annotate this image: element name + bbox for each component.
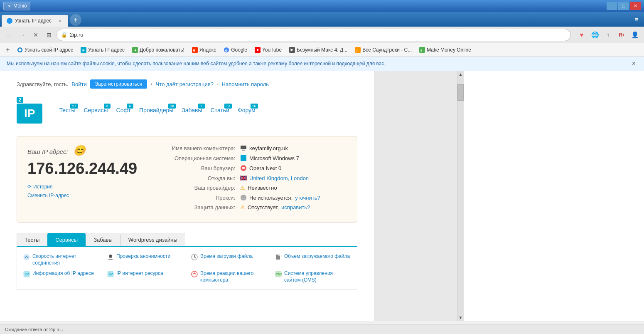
- detail-label-os: Операционная система:: [160, 155, 235, 161]
- flag-uk-icon: [240, 175, 247, 181]
- detail-label-hostname: Имя вашего компьютера:: [160, 145, 235, 151]
- logo-ip-text: IP: [17, 104, 42, 124]
- globe-button[interactable]: 🌐: [589, 29, 601, 41]
- stop-reload-button[interactable]: ✕: [30, 29, 42, 41]
- scrollbar-down-button[interactable]: ▼: [457, 314, 464, 321]
- service-link-speed[interactable]: Скорость интернет соединения: [32, 253, 99, 266]
- bookmark-item-4[interactable]: G Google: [221, 46, 250, 54]
- nav-item-articles[interactable]: 13 Статьи: [211, 107, 229, 114]
- bookmark-label-8: Make Money Online: [427, 47, 471, 53]
- bookmark-icon-2: ★: [132, 47, 138, 53]
- change-ip-link[interactable]: Сменить IP-адрес: [27, 193, 69, 198]
- bookmark-item-1[interactable]: IP Узнать IP адрес: [78, 46, 128, 54]
- bookmark-label-0: Узнать свой IP адрес: [25, 47, 73, 53]
- detail-label-proxy: Прокси:: [160, 195, 235, 201]
- nav-item-services[interactable]: 8 Сервисы: [84, 107, 108, 114]
- favorites-button[interactable]: ♥: [576, 29, 587, 41]
- scrollbar-thumb[interactable]: [457, 84, 464, 101]
- new-tab-button[interactable]: +: [70, 14, 81, 26]
- address-bar-container[interactable]: 🔒: [57, 29, 571, 41]
- ip-card-top: Ваш IP адрес: 😊 176.126.244.49 ⟳ История…: [27, 145, 347, 214]
- bookmark-item-8[interactable]: $ Make Money Online: [416, 46, 474, 54]
- svg-text:IP: IP: [109, 272, 113, 276]
- nav-item-forum[interactable]: 16 Форум: [238, 107, 256, 114]
- what-gives-reg-link[interactable]: Что даёт регистрация?: [156, 81, 214, 87]
- detail-row-os: Операционная система: Microsoft Windows …: [160, 155, 347, 161]
- reaction-icon: [191, 271, 198, 277]
- svg-rect-41: [278, 255, 280, 256]
- forward-button[interactable]: →: [17, 29, 28, 41]
- service-link-ipinfo[interactable]: Информация об IP адресе: [32, 270, 94, 277]
- bookmark-item-6[interactable]: Безумный Макс 4: Д...: [286, 46, 350, 54]
- security-fix-link[interactable]: исправить?: [281, 204, 310, 210]
- computer-icon: [240, 145, 247, 151]
- remind-password-link[interactable]: Напомнить пароль: [222, 81, 269, 87]
- detail-label-provider: Ваш провайдер:: [160, 185, 235, 191]
- cookie-close-button[interactable]: ×: [630, 60, 637, 67]
- site-logo: 2 IP: [17, 97, 42, 124]
- svg-rect-22: [241, 158, 243, 161]
- profile-button[interactable]: 👤: [629, 29, 641, 41]
- minimize-button[interactable]: ─: [607, 2, 617, 10]
- title-bar: ⚬ Меню ─ □ ✕: [0, 0, 644, 12]
- smiley-icon: 😊: [73, 145, 86, 156]
- svg-point-25: [242, 167, 245, 169]
- scrollbar-up-button[interactable]: ▲: [457, 71, 464, 77]
- proxy-clarify-link[interactable]: уточнить?: [295, 195, 320, 201]
- service-link-anon[interactable]: Проверка анонимности: [116, 253, 170, 260]
- service-link-reaction[interactable]: Время реакции вашего компьютера: [200, 270, 267, 283]
- tab-list-button[interactable]: ≡: [631, 13, 642, 25]
- location-link[interactable]: United Kingdom, London: [249, 175, 309, 181]
- bookmark-item-3[interactable]: Я Яндекс: [189, 46, 219, 54]
- detail-row-security: Защита данных: ⚠ Отсутствует, исправить?: [160, 204, 347, 210]
- bookmark-label-6: Безумный Макс 4: Д...: [297, 47, 347, 53]
- active-tab[interactable]: Узнать IP адрес ×: [2, 15, 68, 27]
- tab-button-services[interactable]: Сервисы: [47, 233, 86, 246]
- bookmark-label-3: Яндекс: [199, 47, 216, 53]
- bookmark-item-2[interactable]: ★ Добро пожаловать!: [129, 46, 187, 54]
- detail-value-location: United Kingdom, London: [240, 175, 309, 181]
- bookmark-item-5[interactable]: YouTube: [252, 46, 285, 54]
- opera-icon: ⚬: [7, 3, 12, 9]
- add-bookmark-button[interactable]: +: [3, 45, 12, 54]
- svg-text:G: G: [225, 48, 228, 52]
- maximize-button[interactable]: □: [618, 2, 629, 10]
- main-area: Здравствуйте, гость. Войти Зарегистриров…: [0, 71, 374, 321]
- service-link-loadtime[interactable]: Время загрузки файла: [200, 253, 253, 260]
- svg-text:Я: Я: [193, 48, 195, 52]
- register-button[interactable]: Зарегистрироваться: [90, 79, 147, 89]
- detail-label-security: Защита данных:: [160, 204, 235, 210]
- tab-close-button[interactable]: ×: [57, 17, 63, 24]
- page-scrollbar[interactable]: ▲ ▼: [457, 71, 464, 321]
- extensions-button[interactable]: R1: [616, 29, 627, 41]
- service-link-filesize[interactable]: Объем загружаемого файла: [284, 253, 350, 260]
- svg-point-1: [19, 48, 22, 51]
- menu-button[interactable]: ⚬ Меню: [3, 2, 30, 10]
- bookmark-item-7[interactable]: ♪ Все Саундтреки - С...: [352, 46, 415, 54]
- tab-button-fun[interactable]: Забавы: [86, 233, 120, 246]
- nav-item-soft[interactable]: 6 Софт: [116, 107, 131, 114]
- bookmark-icon-0: [17, 47, 23, 53]
- detail-value-os: Microsoft Windows 7: [240, 155, 299, 161]
- nav-item-fun[interactable]: 7 Забавы: [182, 107, 202, 114]
- nav-item-providers[interactable]: 3К Провайдеры: [139, 107, 173, 114]
- back-button[interactable]: ←: [3, 29, 15, 41]
- detail-label-browser: Ваш браузер:: [160, 165, 235, 171]
- svg-text:IP: IP: [25, 272, 29, 276]
- service-link-cms[interactable]: Система управления сайтом (CMS): [284, 270, 351, 283]
- service-item-anon: Проверка анонимности: [107, 253, 183, 266]
- share-button[interactable]: ↑: [602, 29, 614, 41]
- ip-history-link[interactable]: ⟳ История: [27, 184, 144, 190]
- address-input[interactable]: [70, 32, 566, 38]
- tab-button-tests[interactable]: Тесты: [17, 233, 47, 246]
- service-link-ipresource[interactable]: IP интернет ресурса: [116, 270, 163, 277]
- bookmark-item-0[interactable]: Узнать свой IP адрес: [14, 46, 76, 54]
- login-link[interactable]: Войти: [71, 81, 86, 87]
- grid-button[interactable]: ⊞: [43, 29, 55, 41]
- tabs-content: Скорость интернет соединения Проверка ан…: [17, 247, 357, 290]
- history-icon: ⟳: [27, 184, 32, 190]
- tab-button-wordpress[interactable]: Wordpress дизайны: [120, 233, 185, 246]
- close-button[interactable]: ✕: [630, 2, 641, 10]
- nav-item-tests[interactable]: 27 Тесты: [59, 107, 75, 114]
- sidebar-area: [374, 71, 457, 321]
